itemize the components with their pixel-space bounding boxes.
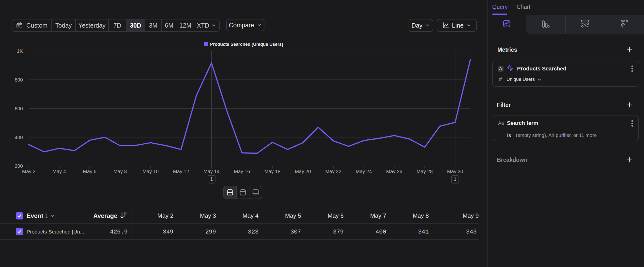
svg-text:May 4: May 4 [53, 169, 66, 174]
svg-text:May 18: May 18 [264, 169, 281, 174]
svg-text:May 24: May 24 [356, 169, 372, 174]
svg-text:May 20: May 20 [295, 169, 311, 174]
svg-text:May 14: May 14 [204, 169, 220, 174]
svg-text:400: 400 [15, 135, 23, 140]
svg-text:600: 600 [15, 106, 23, 111]
svg-text:May 28: May 28 [417, 169, 433, 174]
svg-text:200: 200 [15, 163, 23, 169]
svg-text:Products Searched [Unique User: Products Searched [Unique Users] [210, 42, 283, 47]
svg-text:May 8: May 8 [114, 169, 127, 174]
svg-text:1: 1 [210, 176, 213, 182]
svg-text:800: 800 [15, 77, 23, 83]
svg-text:May 22: May 22 [325, 169, 342, 174]
svg-text:May 26: May 26 [386, 169, 402, 174]
svg-text:May 6: May 6 [83, 169, 96, 174]
svg-text:May 2: May 2 [22, 169, 36, 174]
svg-text:May 10: May 10 [142, 169, 159, 174]
svg-text:May 16: May 16 [234, 169, 250, 174]
svg-text:1K: 1K [17, 48, 23, 54]
svg-text:1: 1 [454, 176, 456, 182]
svg-text:May 30: May 30 [447, 169, 463, 174]
svg-text:May 12: May 12 [173, 169, 189, 174]
